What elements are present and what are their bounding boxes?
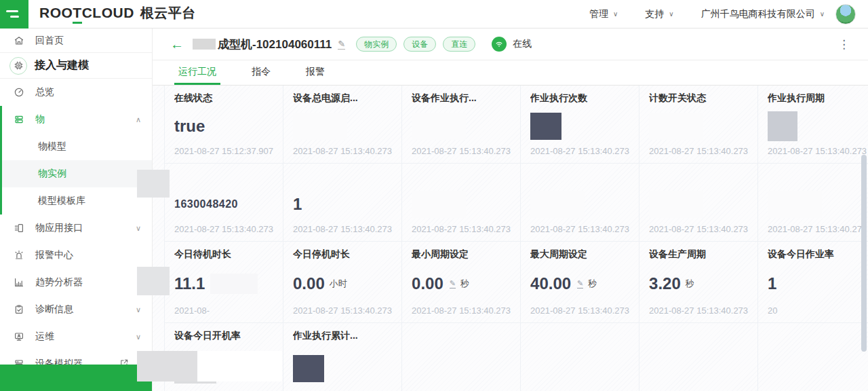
device-header-bar: ← 成型机-102104060111 ✎ 物实例 设备 直连 在线 ⋮ [153,29,868,60]
card-title [412,170,511,184]
sidebar-item-model-template-lib[interactable]: 模型模板库 [0,187,152,215]
things-icon [14,114,24,125]
sidebar-item-label: 物 [35,113,45,126]
sidebar-item-home[interactable]: 回首页 [0,29,152,53]
card-value: 40.00 [530,274,571,293]
menu-manage[interactable]: 管理 ∨ [589,8,618,20]
redaction-box [530,191,585,218]
card-value: 0.00 [293,274,325,293]
back-arrow-icon[interactable]: ← [170,37,184,51]
metric-card: 12021-08-27 15:13:40.273 [283,164,402,242]
card-title: 最小周期设定 [412,248,511,262]
redaction-box [649,113,703,140]
sidebar-item-label: 物模型 [38,141,66,153]
redaction-box [412,191,466,218]
app-logo: ROOTCLOUD 根云平台 [39,4,196,24]
sidebar-item-things[interactable]: 物∧ [0,106,152,133]
company-name-label: 广州千鸟电商科技有限公司 [701,8,815,20]
card-timestamp: 2021-08-27 15:13:40.273 [768,224,867,236]
card-value-row: 1 [293,184,392,224]
diagnosis-icon [14,304,24,315]
online-status: 在线 [492,37,532,52]
redaction-box [293,113,347,140]
vertical-scrollbar[interactable] [861,155,867,352]
card-title: 作业执行累计... [293,330,392,343]
badge-device: 设备 [403,37,436,52]
card-title [649,330,748,343]
menu-support[interactable]: 支持 ∨ [645,8,673,20]
edit-value-icon[interactable]: ✎ [450,280,456,288]
card-value-row [412,106,511,146]
card-timestamp: 2021-08-27 15:13:40.273 [649,305,748,317]
card-title: 作业执行周期 [768,92,867,106]
metric-card: 最大周期设定40.00✎秒2021-08-27 15:13:40.273 [521,242,639,323]
redaction-box [137,351,197,381]
logo-text-cn: 根云平台 [140,4,196,22]
card-value: true [174,117,205,136]
card-value-row: 40.00✎秒 [530,262,629,305]
metric-card: 2021-08-27 15:13:40.273 [521,164,639,242]
card-value: 1630048420 [174,198,238,210]
card-title: 设备今日开机率 [174,330,273,343]
user-avatar[interactable] [835,4,856,24]
card-timestamp: 2021-08-27 15:13:40.273 [768,146,867,157]
home-icon [14,35,24,46]
card-value: 0.00 [412,274,443,293]
sidebar-item-access-modeling[interactable]: 接入与建模 [0,53,152,79]
redaction-box [530,113,561,140]
card-timestamp: 2021-08-27 15:13:40.273 [412,224,511,236]
edit-value-icon[interactable]: ✎ [577,280,583,288]
card-value-row [530,184,629,224]
card-title: 在线状态 [174,92,273,106]
sidebar-item-alarm-center[interactable]: 报警中心 [0,242,152,269]
card-title: 今日停机时长 [293,248,392,262]
metric-card: 计数开关状态2021-08-27 15:13:40.273 [639,86,758,164]
card-value-row: 0.00✎秒 [412,262,511,305]
card-value-row [649,184,748,224]
chevron-up-icon: ∧ [136,115,141,124]
chevron-down-icon: ∨ [669,10,673,18]
card-timestamp: 20 [768,305,867,317]
card-title: 设备今日作业率 [768,248,867,262]
sidebar-item-label: 接入与建模 [35,58,89,73]
kebab-menu-icon[interactable]: ⋮ [838,37,850,52]
card-timestamp: 2021-08- [174,305,273,317]
card-value-row [530,343,629,391]
api-icon [14,223,24,234]
metric-card [402,323,521,391]
card-value-row [649,343,748,391]
tab-commands[interactable]: 指令 [252,66,271,85]
sidebar-bottom-green-bar[interactable] [0,365,152,391]
sidebar-item-overview[interactable]: 总览 [0,79,152,106]
card-timestamp: 2021-08-27 15:13:40.273 [649,224,748,236]
card-timestamp: 2021-08-27 15:13:40.273 [412,146,511,157]
device-title: 成型机-102104060111 [218,37,332,52]
card-value-row [768,106,867,146]
card-timestamp: 2021-08-27 15:13:40.273 [530,146,629,157]
metric-grid: 在线状态true2021-08-27 15:12:37.907设备总电源启...… [164,86,860,391]
card-title: 今日待机时长 [174,248,273,262]
menu-company[interactable]: 广州千鸟电商科技有限公司 ∨ [701,8,825,20]
card-title: 作业执行次数 [530,92,629,106]
sidebar-item-diagnosis-info[interactable]: 诊断信息∨ [0,296,152,323]
card-value-row: 1 [768,262,867,305]
card-title [530,170,629,184]
card-value: 11.1 [174,274,205,293]
sidebar-item-thing-instance[interactable]: 物实例 [0,160,152,187]
metric-card [758,323,868,391]
redaction-box [137,267,170,295]
sidebar-item-ops[interactable]: 运维∨ [0,323,152,350]
redaction-box [197,351,282,381]
tab-running-status[interactable]: 运行工况 [178,66,216,85]
logo-text-pre: ROO [39,5,73,21]
sidebar-item-thing-model[interactable]: 物模型 [0,133,152,160]
redaction-box [193,39,216,50]
tab-alarms[interactable]: 报警 [306,66,325,85]
chevron-down-icon: ∨ [136,224,141,233]
sidebar-item-thing-app-api[interactable]: 物应用接口∨ [0,215,152,242]
card-title [530,330,629,343]
sidebar-item-trend-analyzer[interactable]: 趋势分析器 [0,269,152,296]
edit-pencil-icon[interactable]: ✎ [338,39,345,50]
hamburger-menu-icon[interactable] [0,0,28,29]
card-title: 最大周期设定 [530,248,629,262]
